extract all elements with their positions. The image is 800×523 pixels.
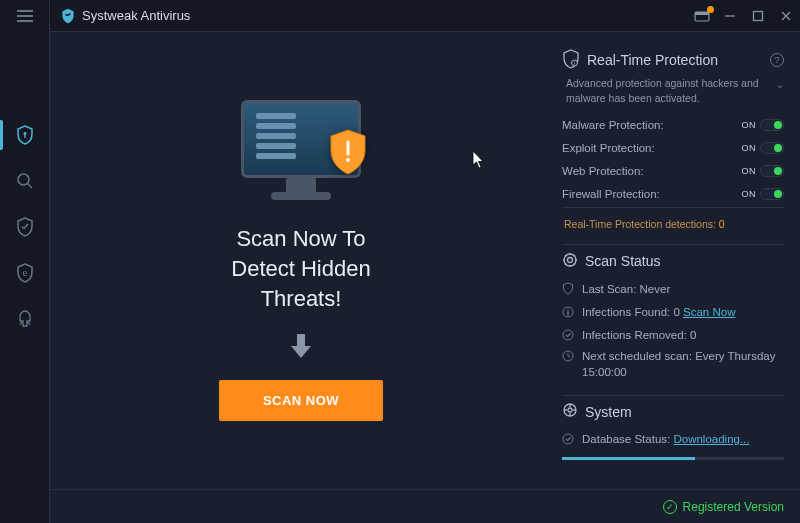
download-progress (562, 457, 784, 460)
svg-point-11 (568, 257, 573, 262)
malware-protection-row: Malware Protection: ON (562, 113, 784, 136)
sidebar-item-boost[interactable] (0, 296, 50, 342)
down-arrow-icon (287, 330, 315, 366)
rtp-detections: Real-Time Protection detections: 0 (562, 212, 784, 238)
firewall-protection-row: Firewall Protection: ON (562, 182, 784, 205)
svg-text:i: i (574, 60, 575, 66)
app-logo: Systweak Antivirus (60, 8, 190, 24)
svg-point-2 (18, 174, 29, 185)
info-icon (562, 306, 578, 318)
registered-version: ✓ Registered Version (663, 500, 784, 514)
logo-icon (60, 8, 76, 24)
app-title: Systweak Antivirus (82, 8, 190, 23)
notification-dot-icon (707, 6, 714, 13)
center-pane: Scan Now To Detect Hidden Threats! SCAN … (50, 32, 552, 489)
svg-text:e: e (22, 268, 27, 278)
sidebar-item-browser[interactable]: e (0, 250, 50, 296)
realtime-protection-section: i Real-Time Protection ? Advanced protec… (562, 44, 784, 238)
help-button[interactable]: ? (770, 53, 784, 67)
sidebar: e (0, 0, 50, 523)
shield-info-icon: i (562, 49, 580, 72)
sidebar-item-scan[interactable] (0, 158, 50, 204)
sidebar-item-protection[interactable] (0, 204, 50, 250)
infections-found-row: Infections Found: 0 Scan Now (562, 300, 784, 323)
sidebar-item-shield[interactable] (0, 112, 50, 158)
last-scan-row: Last Scan: Never (562, 277, 784, 300)
exploit-toggle[interactable]: ON (742, 142, 785, 154)
scan-status-section: Scan Status Last Scan: Never Infections … (562, 244, 784, 388)
scan-headline: Scan Now To Detect Hidden Threats! (231, 224, 370, 313)
chevron-down-icon[interactable]: ⌄ (776, 78, 784, 92)
check-circle-icon (562, 329, 578, 341)
database-status-row: Database Status: Downloading... (562, 428, 784, 451)
rtp-title: Real-Time Protection (587, 52, 718, 68)
monitor-illustration (241, 100, 361, 200)
system-title: System (585, 404, 632, 420)
notification-button[interactable] (688, 2, 716, 30)
svg-rect-5 (695, 12, 709, 15)
database-status-value: Downloading... (673, 433, 749, 445)
svg-point-17 (563, 434, 573, 444)
next-scan-row: Next scheduled scan: Every Thursday 15:0… (562, 346, 784, 388)
maximize-button[interactable] (744, 2, 772, 30)
clock-icon (562, 350, 578, 362)
svg-rect-6 (754, 11, 763, 20)
right-pane: i Real-Time Protection ? Advanced protec… (552, 32, 800, 489)
menu-button[interactable] (0, 0, 49, 32)
footer: ✓ Registered Version (50, 489, 800, 523)
check-icon: ✓ (663, 500, 677, 514)
check-circle-icon (562, 433, 578, 445)
system-icon (562, 402, 578, 421)
shield-check-icon (562, 282, 578, 295)
scan-now-button[interactable]: SCAN NOW (219, 380, 383, 421)
titlebar: Systweak Antivirus (0, 0, 800, 32)
malware-toggle[interactable]: ON (742, 119, 785, 131)
close-button[interactable] (772, 2, 800, 30)
scan-status-title: Scan Status (585, 253, 661, 269)
scan-now-link[interactable]: Scan Now (683, 306, 735, 318)
web-protection-row: Web Protection: ON (562, 159, 784, 182)
warning-shield-icon (327, 128, 369, 176)
gear-icon (562, 252, 578, 271)
firewall-toggle[interactable]: ON (742, 188, 785, 200)
svg-point-16 (568, 408, 572, 412)
web-toggle[interactable]: ON (742, 165, 785, 177)
svg-point-13 (563, 330, 573, 340)
svg-point-7 (346, 158, 350, 162)
exploit-protection-row: Exploit Protection: ON (562, 136, 784, 159)
infections-removed-row: Infections Removed: 0 (562, 323, 784, 346)
svg-point-0 (23, 132, 26, 135)
rtp-description: Advanced protection against hackers and … (562, 76, 784, 113)
system-section: System Database Status: Downloading... (562, 395, 784, 460)
svg-rect-1 (24, 135, 25, 138)
minimize-button[interactable] (716, 2, 744, 30)
main-area: Scan Now To Detect Hidden Threats! SCAN … (50, 32, 800, 489)
